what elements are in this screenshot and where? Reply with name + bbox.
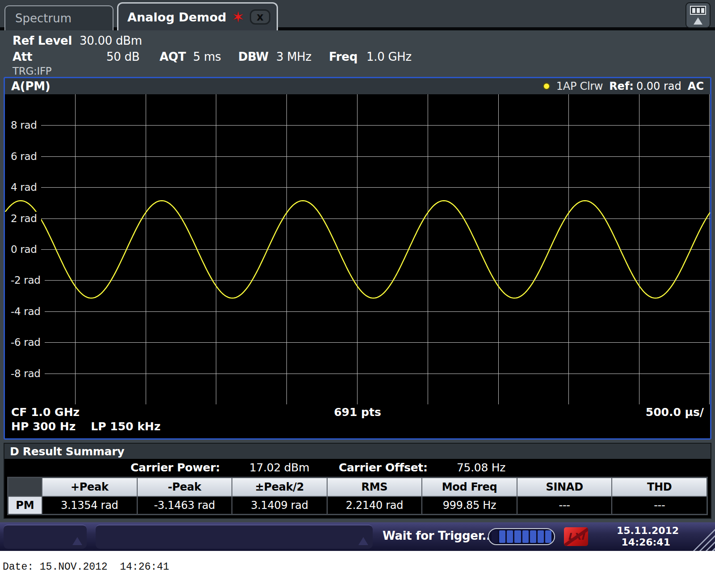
progress-bar [488, 528, 555, 545]
chart-footer: CF 1.0 GHz 691 pts 500.0 µs/ HP 300 Hz L… [5, 404, 710, 438]
instrument-screen: Spectrum Analog Demod ✶ x Ref Level 30.0… [0, 0, 715, 588]
ref-value: 0.00 rad [636, 80, 681, 92]
dbw-value: 3 MHz [276, 50, 311, 63]
column-header: THD [612, 478, 707, 496]
result-value: 3.1354 rad [42, 497, 137, 514]
y-axis-tick-label: -4 rad [5, 305, 45, 318]
result-value: -3.1463 rad [138, 497, 232, 514]
lxi-icon: LXI [564, 527, 588, 546]
ref-level-label: Ref Level [13, 34, 72, 47]
status-bar: Wait for Trigger... LXI 15.11.2012 14:26… [0, 522, 715, 551]
carrier-offset-label: Carrier Offset: [339, 461, 428, 474]
time-per-division: 500.0 µs/ [646, 406, 704, 419]
progress-segment [499, 530, 505, 543]
column-header: SINAD [517, 478, 612, 496]
tab-spectrum-label: Spectrum [15, 12, 72, 25]
result-value: --- [517, 497, 612, 514]
carrier-offset-value: 75.08 Hz [457, 461, 505, 474]
sweep-points: 691 pts [334, 406, 381, 419]
y-axis-tick-label: 8 rad [5, 118, 41, 132]
aqt-value: 5 ms [193, 50, 221, 63]
chart-title: A(PM) [11, 80, 50, 93]
chart-title-bar: A(PM) 1AP Clrw Ref: 0.00 rad AC [5, 78, 710, 94]
y-axis-tick-label: -2 rad [5, 273, 45, 287]
pm-chart-window[interactable]: A(PM) 1AP Clrw Ref: 0.00 rad AC 8 rad6 r… [4, 77, 711, 440]
dbw-label: DBW [238, 50, 269, 63]
settings-header: Ref Level 30.00 dBm Att 50 dB AQT 5 ms D… [0, 30, 715, 77]
up-arrow-icon [694, 17, 702, 25]
highpass-filter: HP 300 Hz [11, 420, 76, 434]
aqt-label: AQT [160, 50, 186, 63]
result-summary-title: D Result Summary [4, 444, 711, 459]
result-value: 3.1409 rad [232, 497, 327, 514]
coupling-label: AC [688, 80, 704, 92]
result-summary-window[interactable]: D Result Summary Carrier Power: 17.02 dB… [4, 443, 711, 519]
softkey-bar-left [4, 525, 87, 549]
tab-analog-demod[interactable]: Analog Demod ✶ x [117, 2, 278, 30]
att-label: Att [13, 50, 32, 63]
y-axis-tick-label: 4 rad [5, 181, 41, 194]
column-header: +Peak [42, 478, 137, 496]
column-header: Mod Freq [422, 478, 517, 496]
table-corner-cell [8, 478, 42, 496]
carrier-power-label: Carrier Power: [130, 461, 220, 474]
close-icon: x [257, 12, 263, 22]
lowpass-filter: LP 150 kHz [91, 420, 160, 434]
progress-segment [507, 530, 513, 543]
center-frequency: CF 1.0 GHz [11, 406, 80, 419]
split-view-icon [690, 6, 706, 15]
status-datetime: 15.11.2012 14:26:41 [617, 525, 670, 548]
y-axis-tick-label: -6 rad [5, 336, 45, 349]
result-value: --- [612, 497, 707, 514]
result-table: +Peak-Peak±Peak/2RMSMod FreqSINADTHDPM3.… [7, 477, 708, 515]
progress-segment [538, 530, 544, 543]
status-message: Wait for Trigger... [383, 529, 495, 542]
progress-segment [530, 530, 536, 543]
display-layout-button[interactable] [686, 2, 711, 28]
tab-bar: Spectrum Analog Demod ✶ x [0, 0, 715, 30]
progress-segment [492, 530, 498, 543]
column-header: -Peak [138, 478, 232, 496]
ref-level-value: 30.00 dBm [80, 34, 142, 47]
tab-spectrum[interactable]: Spectrum [4, 5, 114, 30]
plot-canvas [5, 94, 710, 404]
y-axis-tick-label: 2 rad [5, 212, 41, 225]
pill-arrow-icon [358, 537, 368, 545]
trace-color-icon [543, 83, 550, 90]
progress-segment [522, 530, 529, 543]
y-axis-tick-label: 6 rad [5, 150, 41, 163]
freq-label: Freq [329, 50, 358, 63]
column-header: RMS [328, 478, 422, 496]
analyzer-app: Spectrum Analog Demod ✶ x Ref Level 30.0… [0, 0, 715, 546]
status-date: 15.11.2012 [617, 525, 670, 537]
close-tab-button[interactable]: x [250, 9, 270, 25]
star-icon: ✶ [232, 9, 245, 25]
y-axis-tick-label: 0 rad [5, 243, 41, 256]
trigger-status: TRG:IFP [13, 65, 51, 77]
status-time: 14:26:41 [617, 537, 670, 548]
ref-label: Ref: [609, 80, 634, 92]
carrier-row: Carrier Power: 17.02 dBm Carrier Offset:… [4, 459, 711, 476]
result-value: 2.2140 rad [328, 497, 422, 514]
progress-segment [545, 530, 551, 543]
column-header: ±Peak/2 [232, 478, 327, 496]
row-label: PM [8, 497, 42, 514]
tab-analog-demod-label: Analog Demod [127, 10, 227, 24]
y-axis-tick-label: -8 rad [5, 367, 45, 380]
pill-arrow-icon [72, 537, 82, 545]
pm-trace-plot: 8 rad6 rad4 rad2 rad0 rad-2 rad-4 rad-6 … [5, 94, 710, 404]
carrier-power-value: 17.02 dBm [249, 461, 309, 474]
freq-value: 1.0 GHz [366, 50, 412, 63]
trace-label: 1AP Clrw [556, 80, 603, 92]
page-footer: Date: 15.NOV.2012 14:26:41 [0, 546, 715, 588]
resize-grip-icon[interactable] [689, 525, 715, 551]
result-value: 999.85 Hz [422, 497, 517, 514]
att-value: 50 dB [106, 50, 139, 63]
progress-segment [514, 530, 521, 543]
softkey-bar-center [96, 525, 373, 549]
